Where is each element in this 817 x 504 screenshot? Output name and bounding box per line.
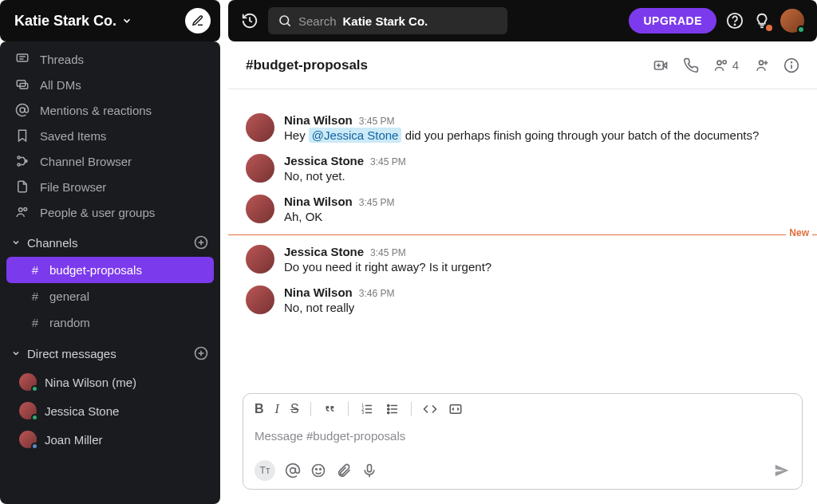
emoji-icon xyxy=(310,463,326,478)
message-author[interactable]: Jessica Stone xyxy=(284,245,364,258)
composer-input[interactable]: Message #budget-proposals xyxy=(243,424,802,454)
section-label: Direct messages xyxy=(27,347,116,360)
message-author[interactable]: Jessica Stone xyxy=(284,154,364,167)
workspace-switcher[interactable]: Katie Stark Co. xyxy=(0,0,220,41)
sidebar-item-saved[interactable]: Saved Items xyxy=(0,123,220,148)
sidebar-section-dms[interactable]: Direct messages xyxy=(0,336,220,368)
notification-dot xyxy=(766,25,772,31)
history-button[interactable] xyxy=(241,12,259,30)
members-button[interactable]: 4 xyxy=(713,57,739,73)
send-button[interactable] xyxy=(773,462,791,479)
dm-item[interactable]: Jessica Stone xyxy=(0,396,220,425)
sidebar-item-label: All DMs xyxy=(40,78,81,92)
channel-info-button[interactable] xyxy=(783,57,799,73)
message-list[interactable]: Nina Wilson3:45 PMHey @Jessica Stone did… xyxy=(228,89,817,393)
sidebar-section-channels[interactable]: Channels xyxy=(0,225,220,257)
avatar[interactable] xyxy=(246,285,274,314)
svg-point-10 xyxy=(18,156,20,159)
sidebar-item-label: Saved Items xyxy=(40,129,106,143)
audio-button[interactable] xyxy=(361,463,377,478)
compose-button[interactable] xyxy=(185,8,211,33)
help-button[interactable] xyxy=(726,12,744,30)
svg-point-26 xyxy=(723,60,726,63)
message-row[interactable]: Jessica Stone3:45 PMDo you need it right… xyxy=(246,240,799,281)
activity-button[interactable] xyxy=(753,12,771,30)
sidebar-item-people[interactable]: People & user groups xyxy=(0,199,220,225)
svg-point-13 xyxy=(19,208,23,212)
codeblock-icon xyxy=(448,402,463,416)
message-composer[interactable]: B I S 123 Message #budget-proposals Tт xyxy=(243,393,803,490)
dm-item[interactable]: Joan Miller xyxy=(0,425,220,454)
avatar[interactable] xyxy=(246,195,274,223)
mention[interactable]: @Jessica Stone xyxy=(309,128,402,143)
svg-point-46 xyxy=(290,468,296,474)
message-author[interactable]: Nina Wilson xyxy=(284,285,353,299)
format-toggle-button[interactable]: Tт xyxy=(255,460,275,481)
composer-actions: Tт xyxy=(243,454,802,489)
ordered-list-button[interactable]: 123 xyxy=(360,402,374,416)
channel-item-general[interactable]: #general xyxy=(6,283,214,309)
user-avatar[interactable] xyxy=(780,9,804,33)
chevron-down-icon xyxy=(11,238,21,247)
people-icon xyxy=(14,205,30,219)
svg-point-3 xyxy=(734,24,735,25)
sidebar-item-channel-browser[interactable]: Channel Browser xyxy=(0,148,220,174)
codeblock-button[interactable] xyxy=(448,402,463,416)
new-messages-divider: New xyxy=(228,234,817,235)
strike-button[interactable]: S xyxy=(290,402,299,416)
dm-name: Joan Miller xyxy=(45,433,103,447)
avatar[interactable] xyxy=(246,113,274,142)
channel-title[interactable]: #budget-proposals xyxy=(246,57,368,73)
plus-circle-icon xyxy=(193,234,209,250)
main-panel: #budget-proposals 4 Nina Wilson3:45 PMHe… xyxy=(228,41,817,504)
section-label: Channels xyxy=(27,236,77,250)
add-video-button[interactable] xyxy=(653,57,669,73)
message-row[interactable]: Jessica Stone3:45 PMNo, not yet. xyxy=(246,149,799,190)
avatar[interactable] xyxy=(246,154,274,183)
format-toolbar: B I S 123 xyxy=(243,394,802,424)
avatar[interactable] xyxy=(246,245,274,274)
sidebar-item-mentions[interactable]: Mentions & reactions xyxy=(0,97,220,123)
workspace-name: Katie Stark Co. xyxy=(14,13,116,30)
message-author[interactable]: Nina Wilson xyxy=(284,113,353,127)
add-channel-button[interactable] xyxy=(193,234,209,250)
bold-button[interactable]: B xyxy=(255,402,264,416)
sidebar-item-file-browser[interactable]: File Browser xyxy=(0,174,220,199)
sidebar-item-threads[interactable]: Threads xyxy=(0,46,220,72)
mention-button[interactable] xyxy=(285,463,301,478)
message-row[interactable]: Nina Wilson3:45 PMAh, OK xyxy=(246,190,799,230)
hash-icon: # xyxy=(29,263,41,277)
upgrade-button[interactable]: UPGRADE xyxy=(629,8,716,33)
new-label: New xyxy=(786,227,812,238)
svg-point-9 xyxy=(20,108,25,112)
presence-dot xyxy=(797,26,805,33)
message-row[interactable]: Nina Wilson3:45 PMHey @Jessica Stone did… xyxy=(246,108,799,149)
code-button[interactable] xyxy=(423,402,437,416)
emoji-button[interactable] xyxy=(310,463,326,478)
message-time: 3:46 PM xyxy=(359,288,395,299)
search-workspace: Katie Stark Co. xyxy=(343,14,428,28)
channel-item-budget-proposals[interactable]: #budget-proposals xyxy=(6,257,214,283)
presence-dot xyxy=(31,414,38,421)
italic-button[interactable]: I xyxy=(275,402,279,416)
message-text: No, not really xyxy=(284,299,394,317)
channel-item-random[interactable]: #random xyxy=(6,309,214,336)
add-people-button[interactable] xyxy=(753,57,769,73)
sidebar-item-label: Channel Browser xyxy=(40,155,132,168)
add-dm-button[interactable] xyxy=(193,345,209,361)
dm-name: Jessica Stone xyxy=(45,404,119,418)
message-row[interactable]: Nina Wilson3:46 PMNo, not really xyxy=(246,281,799,321)
members-icon xyxy=(713,57,729,73)
dm-item[interactable]: Nina Wilson (me) xyxy=(0,368,220,396)
message-author[interactable]: Nina Wilson xyxy=(284,195,353,208)
dms-icon xyxy=(14,77,30,92)
svg-point-11 xyxy=(18,163,20,166)
bullet-list-button[interactable] xyxy=(385,402,400,416)
attach-button[interactable] xyxy=(336,463,352,478)
search-input[interactable]: Search Katie Stark Co. xyxy=(268,7,507,34)
svg-point-42 xyxy=(387,404,389,406)
topbar-right: Search Katie Stark Co. UPGRADE xyxy=(228,0,817,41)
sidebar-item-all-dms[interactable]: All DMs xyxy=(0,72,220,97)
quote-button[interactable] xyxy=(322,402,337,416)
call-button[interactable] xyxy=(683,57,699,73)
